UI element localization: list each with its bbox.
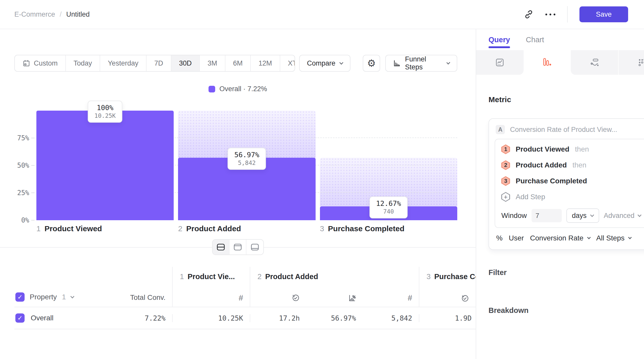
date-range-group: Custom Today Yesterday 7D 30D 3M 6M 12M … xyxy=(14,55,295,72)
column-step-3: 3Purchase Completed xyxy=(419,267,476,307)
count-metric-icon[interactable]: # xyxy=(239,293,243,303)
chart-type-flow-button[interactable] xyxy=(571,50,618,75)
query-step-3[interactable]: 3 Purchase Completed xyxy=(501,173,641,189)
range-xtd[interactable]: XTD xyxy=(280,55,295,71)
measure-entity[interactable]: User xyxy=(509,234,524,242)
measure-metric-select[interactable]: Conversion Rate xyxy=(530,234,590,242)
breadcrumb: E-Commerce / Untitled xyxy=(14,10,90,18)
range-12m[interactable]: 12M xyxy=(251,55,280,71)
value-label-card: 12.67% 740 xyxy=(369,196,408,218)
range-30d-selected[interactable]: 30D xyxy=(171,55,200,71)
range-label: Custom xyxy=(34,59,58,67)
avg-time-metric-icon[interactable] xyxy=(250,293,306,303)
panel-body: Metric A Conversion Rate of Product View… xyxy=(476,95,644,316)
range-7d[interactable]: 7D xyxy=(147,55,171,71)
step-label-1: 1 Product Viewed xyxy=(36,224,174,233)
metric-title: Conversion Rate of Product View... xyxy=(510,126,617,134)
check-icon: ✓ xyxy=(17,314,23,322)
results-table: ✓ Property 1 Total Conv. 1Product Vie...… xyxy=(14,267,476,329)
funnel-steps-card: 1 Product Viewed then 2 Product Added th… xyxy=(495,139,644,228)
breadcrumb-parent[interactable]: E-Commerce xyxy=(14,10,55,18)
query-step-2[interactable]: 2 Product Added then xyxy=(501,157,641,173)
metric-badge: A xyxy=(496,125,505,134)
compare-button[interactable]: Compare xyxy=(299,55,350,72)
legend-label: Overall · 7.22% xyxy=(219,85,267,93)
add-step-button[interactable]: + Add Step xyxy=(501,189,641,205)
add-step-plus-icon: + xyxy=(501,192,510,202)
save-button[interactable]: Save xyxy=(579,6,628,22)
funnel-bar-step-1[interactable]: 100% 10.25K xyxy=(36,111,174,220)
metric-title-row[interactable]: A Conversion Rate of Product View... xyxy=(489,119,644,139)
panel-tabs: Query Chart xyxy=(476,29,644,50)
chevron-down-icon xyxy=(70,294,75,298)
conversion-window-row: Window days Advanced xyxy=(501,208,641,223)
metric-heading: Metric xyxy=(489,95,644,104)
view-split-horizontal-button[interactable] xyxy=(213,240,230,255)
chart-legend[interactable]: Overall · 7.22% xyxy=(0,85,476,93)
row-label: Overall xyxy=(31,314,54,322)
tab-chart[interactable]: Chart xyxy=(526,29,544,50)
avg-time-metric-icon[interactable] xyxy=(424,294,476,303)
section-divider xyxy=(0,240,476,255)
table-row-overall[interactable]: ✓ Overall 7.22% 10.25K 17.2h 56.97% 5,84… xyxy=(14,307,476,329)
chart-type-strip xyxy=(476,50,644,75)
chart-type-funnel-button-active[interactable] xyxy=(524,50,571,75)
row-checkbox[interactable]: ✓ xyxy=(15,313,25,323)
page-title[interactable]: Untitled xyxy=(66,10,90,18)
window-value-input[interactable] xyxy=(532,209,562,222)
chart-type-grid-button[interactable] xyxy=(618,50,644,75)
metric-card: A Conversion Rate of Product View... 1 P… xyxy=(489,118,644,250)
user-flow-icon xyxy=(589,57,600,68)
chart-type-button[interactable]: Funnel Steps xyxy=(385,55,457,72)
query-step-1[interactable]: 1 Product Viewed then xyxy=(501,141,641,157)
range-3m[interactable]: 3M xyxy=(200,55,225,71)
column-step-1: 1Product Vie... # xyxy=(172,267,250,307)
breakdown-heading: Breakdown xyxy=(489,306,528,315)
count-metric-icon[interactable]: # xyxy=(408,293,412,303)
range-today[interactable]: Today xyxy=(66,55,100,71)
panel-top-icon xyxy=(233,242,243,252)
window-unit-select[interactable]: days xyxy=(566,208,599,223)
step-label-3: 3 Purchase Completed xyxy=(320,224,457,233)
chart-settings-button[interactable]: ⚙ xyxy=(363,55,380,72)
step-label-2: 2 Product Added xyxy=(178,224,315,233)
bar-solid xyxy=(36,111,174,220)
range-6m[interactable]: 6M xyxy=(225,55,251,71)
more-options-icon[interactable] xyxy=(545,14,555,15)
funnel-bar-step-3[interactable]: 12.67% 740 xyxy=(320,111,457,220)
range-yesterday[interactable]: Yesterday xyxy=(100,55,147,71)
topbar-divider xyxy=(567,6,568,23)
filter-heading: Filter xyxy=(489,268,507,277)
funnel-analysis-app: E-Commerce / Untitled Save xyxy=(0,0,644,359)
step1-count-value: 10.25K xyxy=(172,314,250,322)
step-number-badge: 2 xyxy=(501,160,510,170)
funnel-bar-step-2[interactable]: 56.97% 5,842 xyxy=(178,111,315,220)
advanced-toggle[interactable]: Advanced xyxy=(604,212,641,220)
step-number-badge: 3 xyxy=(501,176,510,186)
funnel-bars: 100% 10.25K 56.97% 5,842 xyxy=(36,111,457,220)
chart-type-line-button[interactable] xyxy=(476,50,524,75)
chevron-down-icon xyxy=(446,61,450,65)
property-selector[interactable]: ✓ Property 1 xyxy=(15,292,74,302)
value-label-card: 100% 10.25K xyxy=(88,101,122,123)
step3-time-value: 1.9D xyxy=(419,314,476,322)
panel-bottom-icon xyxy=(250,242,260,252)
breakdown-section: Breakdown + xyxy=(489,305,644,316)
step2-values: 17.2h 56.97% 5,842 xyxy=(250,314,419,322)
top-bar: E-Commerce / Untitled Save xyxy=(0,0,644,29)
tab-query[interactable]: Query xyxy=(489,29,510,50)
view-panel-top-button[interactable] xyxy=(230,240,246,255)
query-panel: Query Chart xyxy=(476,29,644,359)
y-axis-tick-0: 0% xyxy=(21,216,29,224)
share-link-icon[interactable] xyxy=(524,9,534,19)
select-all-checkbox[interactable]: ✓ xyxy=(15,292,25,302)
funnel-chart: 75% 50% 25% 0% 100% 10.25K xyxy=(36,111,457,220)
conversion-rate-metric-icon[interactable] xyxy=(306,293,362,303)
measure-scope-select[interactable]: All Steps xyxy=(596,234,631,242)
window-label: Window xyxy=(501,212,527,220)
breadcrumb-separator: / xyxy=(60,10,62,18)
range-custom[interactable]: Custom xyxy=(15,55,66,71)
check-icon: ✓ xyxy=(17,293,23,301)
value-label-card: 56.97% 5,842 xyxy=(228,148,266,170)
view-panel-bottom-button[interactable] xyxy=(246,240,263,255)
